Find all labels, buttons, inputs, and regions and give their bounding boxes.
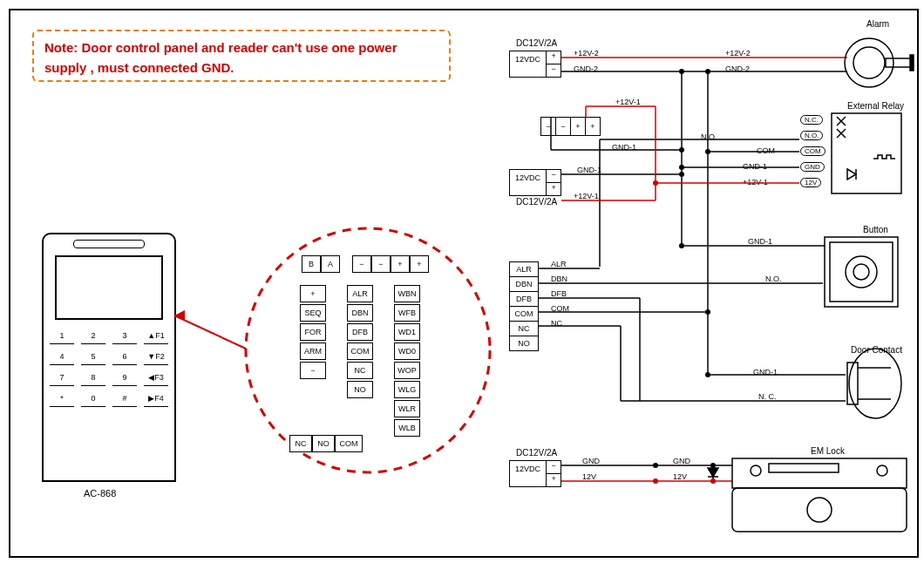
pin-plus2: + [410, 255, 429, 273]
w-com-a: COM [757, 146, 775, 155]
w-12v1-c: +12V-1 [574, 192, 599, 200]
svg-point-37 [679, 172, 684, 177]
ps3-text: 12VDC [510, 461, 547, 486]
ps2-text: 12VDC [510, 170, 547, 195]
svg-point-40 [705, 149, 710, 154]
svg-point-35 [705, 69, 710, 74]
pin-row-ba: B A [302, 254, 340, 274]
pin-a: A [321, 255, 340, 273]
relay-gnd: GND [800, 162, 825, 172]
w-gnd1-d: GND-1 [748, 237, 772, 246]
pin-c3-1: WFB [394, 304, 420, 322]
w-no-b: N.O. [765, 275, 782, 283]
device-speaker [73, 240, 145, 248]
button-label: Button [863, 225, 888, 234]
device-panel: 1 2 3 ▲F1 4 5 6 ▼F2 7 8 9 ◀F3 * 0 # ▶F4 [42, 233, 176, 482]
svg-marker-53 [847, 169, 856, 180]
svg-point-34 [679, 69, 684, 74]
key-f2: ▼F2 [144, 349, 168, 365]
key-star: * [50, 391, 74, 407]
ps1-rating: DC12V/2A [516, 38, 557, 48]
pin-b: B [302, 255, 321, 273]
relay-no: N.O. [800, 131, 823, 140]
pin-row-power: − − + + [352, 254, 429, 274]
key-1: 1 [50, 329, 74, 344]
ps2: 12VDC − + [509, 169, 561, 196]
pb-0: − [541, 118, 556, 135]
w-12v-b: 12V [673, 472, 687, 481]
w-alr: ALR [551, 260, 567, 268]
key-hash: # [112, 391, 137, 407]
svg-line-58 [837, 129, 846, 138]
key-9: 9 [112, 370, 137, 386]
svg-rect-59 [825, 237, 898, 307]
svg-point-43 [653, 463, 658, 468]
svg-point-63 [849, 349, 901, 418]
at-dfb: DFB [510, 292, 538, 307]
pin-c3-5: WLG [394, 381, 420, 398]
svg-rect-64 [847, 363, 858, 404]
svg-rect-67 [732, 458, 907, 488]
at-nc: NC [510, 322, 538, 336]
svg-point-69 [807, 498, 832, 522]
device-screen [55, 255, 163, 320]
w-dbn: DBN [551, 275, 567, 283]
key-7: 7 [50, 370, 74, 386]
svg-point-61 [846, 256, 877, 288]
key-4: 4 [50, 349, 74, 365]
w-12v-a: 12V [582, 472, 596, 481]
key-6: 6 [112, 349, 137, 365]
key-5: 5 [81, 349, 105, 365]
pin-c1-2: FOR [300, 323, 326, 341]
pin-c3-0: WBN [394, 285, 420, 302]
key-8: 8 [81, 370, 105, 386]
svg-rect-50 [886, 58, 912, 67]
svg-point-48 [845, 38, 893, 87]
ps2-rating: DC12V/2A [516, 197, 557, 207]
w-12v1-a: +12V-1 [615, 98, 641, 106]
svg-marker-25 [708, 468, 718, 477]
pb-1: − [556, 118, 571, 135]
pin-c3-2: WD1 [394, 323, 420, 341]
wiring-diagram: Note: Door control panel and reader can'… [9, 9, 919, 558]
svg-point-36 [679, 147, 684, 153]
ps3: 12VDC − + [509, 460, 561, 487]
pin-col1: + SEQ FOR ARM − [300, 284, 326, 380]
svg-rect-60 [830, 242, 893, 302]
device-model: AC-868 [84, 488, 116, 499]
pin-c2-4: NC [347, 362, 373, 379]
svg-point-38 [679, 165, 684, 170]
svg-point-47 [710, 478, 716, 484]
w-gnd1-e: GND-1 [753, 368, 778, 376]
svg-rect-51 [910, 55, 914, 71]
at-dbn: DBN [510, 277, 538, 292]
note-text: Note: Door control panel and reader can'… [44, 38, 438, 78]
alarm-terminal: ALR DBN DFB COM NC NO [509, 261, 539, 351]
ps1-text: 12VDC [510, 51, 547, 77]
svg-point-41 [705, 309, 710, 315]
pin-b-com: COM [335, 435, 363, 452]
svg-point-44 [710, 463, 716, 468]
w-12v2-b: +12V-2 [725, 49, 751, 58]
w-gnd2-a: GND-2 [574, 64, 598, 73]
pin-minus1: − [352, 255, 371, 273]
door-contact-label: Door Contact [851, 345, 902, 355]
pin-minus2: − [371, 255, 391, 273]
key-2: 2 [81, 329, 105, 344]
em-lock-label: EM Lock [811, 446, 845, 456]
at-no: NO [510, 336, 538, 350]
pin-col3: WBN WFB WD1 WD0 WOP WLG WLR WLB [394, 284, 420, 438]
pin-c2-1: DBN [347, 304, 373, 322]
relay-label: External Relay [847, 101, 904, 111]
pin-c1-4: − [300, 362, 326, 379]
svg-point-49 [853, 47, 885, 78]
svg-line-57 [837, 129, 846, 138]
key-0: 0 [81, 391, 105, 407]
svg-point-42 [705, 372, 710, 377]
svg-point-70 [751, 465, 761, 476]
pin-c3-4: WOP [394, 362, 420, 379]
svg-rect-68 [732, 488, 907, 532]
at-com: COM [510, 307, 538, 322]
relay-com: COM [800, 146, 825, 156]
key-f3: ◀F3 [144, 370, 168, 386]
